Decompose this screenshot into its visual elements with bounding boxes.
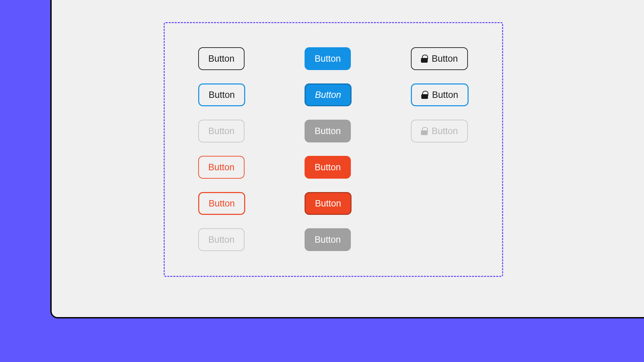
button-label: Button: [315, 54, 341, 63]
button-label: Button: [315, 90, 341, 100]
button-primary-disabled: Button: [305, 120, 351, 142]
button-label: Button: [432, 54, 458, 63]
button-label: Button: [208, 163, 234, 172]
lock-icon: [421, 127, 428, 135]
button-locked-default[interactable]: Button: [411, 47, 468, 70]
button-locked-disabled: Button: [411, 120, 468, 142]
button-locked-focus[interactable]: Button: [411, 83, 469, 106]
button-danger-outline-disabled: Button: [198, 228, 245, 251]
button-label: Button: [432, 127, 458, 136]
button-danger-outline-default[interactable]: Button: [198, 156, 245, 179]
component-variants-frame: Button Button Button Button Button Butto…: [164, 22, 503, 277]
button-label: Button: [208, 127, 234, 136]
button-danger-disabled: Button: [305, 228, 351, 251]
button-primary-focus[interactable]: Button: [305, 83, 352, 106]
lock-icon: [421, 55, 428, 63]
button-label: Button: [315, 199, 341, 208]
button-outline-default[interactable]: Button: [198, 47, 245, 70]
button-label: Button: [208, 54, 234, 63]
lock-icon: [421, 91, 428, 99]
button-label: Button: [432, 90, 458, 100]
button-primary-default[interactable]: Button: [305, 47, 351, 70]
button-outline-focus[interactable]: Button: [198, 83, 245, 106]
button-label: Button: [209, 90, 235, 100]
button-label: Button: [315, 163, 341, 172]
button-label: Button: [315, 127, 341, 136]
button-outline-disabled: Button: [198, 120, 245, 142]
button-danger-focus[interactable]: Button: [305, 192, 352, 215]
button-label: Button: [315, 235, 341, 244]
canvas-stage: Button Button Button Button Button Butto…: [50, 0, 644, 318]
button-label: Button: [208, 235, 234, 244]
button-danger-default[interactable]: Button: [305, 156, 351, 179]
button-danger-outline-focus[interactable]: Button: [198, 192, 245, 215]
button-label: Button: [209, 199, 235, 208]
